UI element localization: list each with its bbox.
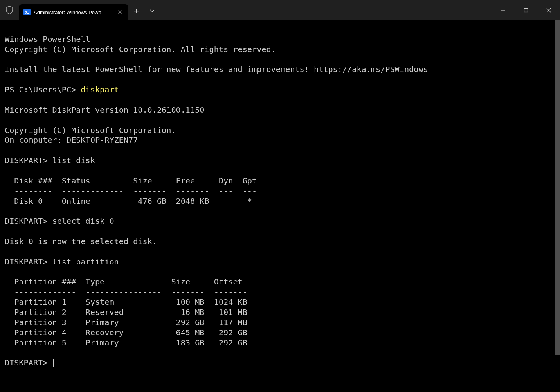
tab-dropdown-button[interactable] (144, 9, 160, 13)
scrollbar[interactable] (555, 20, 560, 392)
tab-close-button[interactable] (115, 7, 124, 17)
partition-table-row: Partition 3 Primary 292 GB 117 MB (5, 318, 247, 327)
shield-icon (6, 6, 13, 14)
titlebar-left: Administrator: Windows Powe (0, 0, 492, 20)
window-controls (492, 0, 560, 20)
diskpart-prompt: DISKPART> (5, 358, 52, 367)
tab-title: Administrator: Windows Powe (34, 9, 112, 15)
terminal-content[interactable]: Windows PowerShell Copyright (C) Microso… (0, 20, 560, 392)
partition-table-row: Partition 2 Reserved 16 MB 101 MB (5, 307, 247, 317)
partition-table-divider: ------------- ---------------- ------- -… (5, 287, 247, 297)
partition-table-header: Partition ### Type Size Offset (5, 277, 243, 286)
diskpart-prompt: DISKPART> list partition (5, 257, 119, 266)
admin-shield-area (0, 6, 19, 14)
banner-line: Windows PowerShell (5, 34, 90, 44)
text-cursor (53, 359, 54, 367)
close-window-button[interactable] (537, 0, 560, 20)
diskpart-prompt: DISKPART> select disk 0 (5, 216, 114, 226)
close-icon (118, 10, 122, 14)
partition-table-row: Partition 4 Recovery 645 MB 292 GB (5, 328, 247, 337)
powershell-icon (23, 9, 31, 16)
banner-line: Copyright (C) Microsoft Corporation. All… (5, 45, 276, 54)
minimize-button[interactable] (492, 0, 515, 20)
plus-icon (134, 9, 139, 14)
diskpart-version: Microsoft DiskPart version 10.0.26100.11… (5, 105, 204, 115)
select-message: Disk 0 is now the selected disk. (5, 237, 157, 246)
maximize-icon (524, 8, 528, 13)
tab-active[interactable]: Administrator: Windows Powe (19, 4, 128, 20)
scrollbar-thumb[interactable] (555, 20, 560, 355)
maximize-button[interactable] (515, 0, 537, 20)
partition-table-row: Partition 5 Primary 183 GB 292 GB (5, 338, 247, 347)
chevron-down-icon (150, 9, 155, 13)
partition-table-row: Partition 1 System 100 MB 1024 KB (5, 297, 247, 307)
ps-prompt: PS C:\Users\PC> (5, 85, 81, 94)
close-icon (546, 8, 551, 13)
install-message: Install the latest PowerShell for new fe… (5, 65, 428, 74)
svg-rect-7 (524, 9, 528, 12)
diskpart-prompt: DISKPART> list disk (5, 156, 95, 165)
ps-command: diskpart (81, 85, 119, 94)
disk-table-divider: -------- ------------- ------- ------- -… (5, 186, 257, 196)
svg-rect-0 (23, 9, 31, 15)
disk-table-header: Disk ### Status Size Free Dyn Gpt (5, 176, 257, 185)
diskpart-computer: On computer: DESKTOP-RYZEN77 (5, 135, 138, 145)
new-tab-button[interactable] (128, 9, 144, 14)
disk-table-row: Disk 0 Online 476 GB 2048 KB * (5, 196, 252, 206)
minimize-icon (501, 8, 506, 13)
diskpart-copyright: Copyright (C) Microsoft Corporation. (5, 126, 176, 135)
titlebar: Administrator: Windows Powe (0, 0, 560, 20)
